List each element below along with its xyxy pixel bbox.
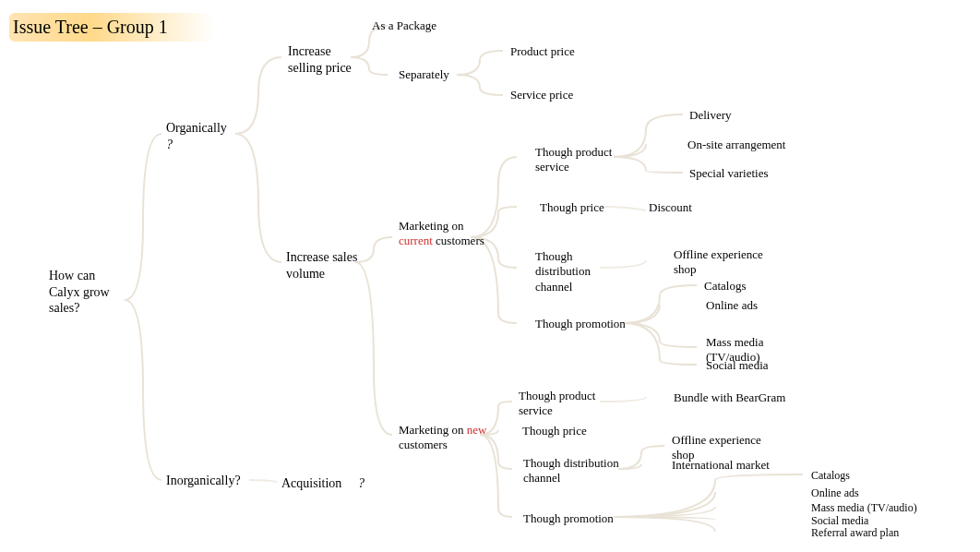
node-new-price: Though price (522, 424, 587, 438)
node-cur-price: Though price (540, 200, 604, 215)
node-special: Special varieties (689, 166, 769, 181)
node-separately: Separately (399, 67, 449, 82)
node-new-product-service: Though product service (519, 389, 602, 419)
node-increase-volume: Increase sales volume (286, 249, 360, 282)
page-title: Issue Tree – Group 1 (9, 13, 214, 42)
node-new-distribution: Though distribution channel (523, 456, 625, 486)
node-delivery: Delivery (689, 108, 731, 123)
node-cur-offline-shop: Offline experience shop (674, 247, 775, 278)
node-cur-promotion: Though promotion (535, 317, 626, 331)
issue-tree-canvas: Issue Tree – Group 1 (0, 0, 980, 552)
node-cur-social-media: Social media (706, 358, 769, 373)
label-marketing-new-post: customers (399, 438, 448, 451)
node-organically: Organically ? (166, 120, 227, 152)
label-marketing-current-pre: Marketing on (399, 219, 463, 233)
node-cur-product-service: Though product service (535, 145, 618, 175)
label-current-word: current (399, 234, 433, 247)
node-international: International market (672, 458, 770, 473)
node-new-catalogs: Catalogs (811, 469, 850, 483)
qmark-acquisition: ? (358, 475, 365, 492)
node-service-price: Service price (510, 88, 573, 102)
label-organically: Organically (166, 121, 227, 135)
label-new-word: new (467, 423, 487, 437)
label-marketing-current-post: customers (436, 234, 484, 247)
node-discount: Discount (649, 200, 695, 215)
label-marketing-new-pre: Marketing on (399, 423, 463, 437)
node-referral: Referral award plan (811, 526, 899, 540)
node-marketing-current: Marketing on current customers (399, 219, 491, 249)
node-cur-distribution: Though distribution channel (535, 249, 609, 294)
node-cur-online-ads: Online ads (706, 298, 758, 313)
node-new-mass-media: Mass media (TV/audio) (811, 501, 917, 515)
node-onsite: On-site arrangement (687, 138, 785, 152)
node-new-promotion: Though promotion (523, 511, 614, 526)
root-question: How can Calyx grow sales? (49, 268, 123, 317)
node-acquisition: Acquisition (281, 475, 341, 492)
node-new-online-ads: Online ads (811, 486, 859, 500)
node-as-package: As a Package (372, 18, 436, 33)
node-bundle: Bundle with BearGram (674, 390, 785, 405)
node-inorganically: Inorganically? (166, 473, 241, 489)
node-product-price: Product price (510, 44, 575, 59)
qmark-organically: ? (166, 138, 173, 151)
node-marketing-new: Marketing on new customers (399, 423, 500, 453)
node-cur-catalogs: Catalogs (704, 279, 747, 294)
node-increase-price: Increase selling price (288, 43, 362, 76)
